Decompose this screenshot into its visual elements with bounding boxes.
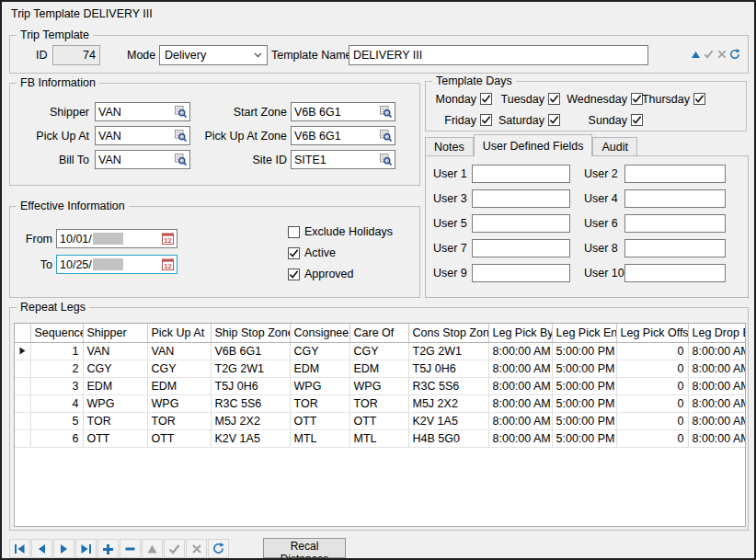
cell[interactable]: 5:00:00 PM bbox=[552, 377, 616, 394]
column-header-shipper[interactable]: Shipper bbox=[83, 324, 147, 342]
recal-distances-button[interactable]: Recal Distances bbox=[263, 538, 346, 558]
cell[interactable]: CGY bbox=[290, 342, 349, 360]
cell[interactable]: 3 bbox=[30, 377, 83, 394]
cell[interactable]: 4 bbox=[30, 394, 83, 412]
cell[interactable]: 5:00:00 PM bbox=[552, 342, 616, 360]
cell[interactable]: TOR bbox=[290, 394, 349, 412]
cell[interactable]: 0 bbox=[616, 412, 688, 429]
from-date-field[interactable]: 10/01/ 12 bbox=[56, 229, 178, 248]
pick-up-at-field[interactable]: VAN bbox=[95, 126, 190, 145]
nav-delete-button[interactable] bbox=[120, 539, 141, 558]
cell[interactable]: 2 bbox=[30, 360, 83, 377]
cell[interactable]: TOR bbox=[349, 394, 408, 412]
cell[interactable]: 5:00:00 PM bbox=[552, 412, 616, 429]
checkbox-active[interactable] bbox=[288, 247, 300, 259]
cell[interactable]: 5:00:00 PM bbox=[552, 394, 616, 412]
column-header-cons-stop-zone[interactable]: Cons Stop Zone bbox=[408, 324, 488, 342]
nav-first-button[interactable] bbox=[9, 539, 30, 558]
row-selector[interactable] bbox=[15, 394, 30, 412]
cell[interactable]: T5J 0H6 bbox=[211, 377, 290, 394]
cell[interactable]: EDM bbox=[290, 360, 349, 377]
cell[interactable]: 8:00:00 AM bbox=[488, 412, 552, 429]
cell[interactable]: 0 bbox=[616, 394, 688, 412]
row-selector[interactable] bbox=[15, 429, 30, 447]
cell[interactable]: OTT bbox=[290, 412, 349, 429]
checkbox-tuesday[interactable] bbox=[548, 93, 560, 105]
nav-edit-button[interactable] bbox=[142, 539, 163, 558]
cell[interactable]: WPG bbox=[349, 377, 408, 394]
pick-up-at-zone-lookup-button[interactable] bbox=[376, 127, 395, 144]
udf-input-user-10[interactable] bbox=[624, 264, 726, 282]
tab-user-defined-fields[interactable]: User Defined Fields bbox=[474, 134, 593, 156]
nav-prior-button[interactable] bbox=[31, 539, 52, 558]
shipper-lookup-button[interactable] bbox=[171, 103, 189, 120]
repeat-legs-grid[interactable]: SequenceShipperPick Up AtShip Stop ZoneC… bbox=[14, 323, 746, 527]
shipper-field[interactable]: VAN bbox=[95, 102, 190, 121]
checkbox-friday[interactable] bbox=[480, 114, 492, 126]
cell[interactable]: CGY bbox=[349, 342, 408, 360]
udf-input-user-2[interactable] bbox=[624, 165, 726, 183]
table-row[interactable]: 4WPGWPGR3C 5S6TORTORM5J 2X28:00:00 AM5:0… bbox=[15, 394, 746, 412]
udf-input-user-9[interactable] bbox=[472, 264, 570, 282]
nav-insert-button[interactable] bbox=[97, 539, 119, 558]
mode-dropdown[interactable]: Delivery bbox=[159, 45, 268, 65]
column-header-pick-up-at[interactable]: Pick Up At bbox=[147, 324, 211, 342]
udf-input-user-8[interactable] bbox=[624, 239, 726, 257]
cell[interactable]: TOR bbox=[147, 412, 211, 429]
nav-refresh-button[interactable] bbox=[208, 539, 229, 558]
cell[interactable]: 8:00:00 AM bbox=[488, 342, 552, 360]
checkbox-approved[interactable] bbox=[288, 269, 300, 280]
cell[interactable]: 8:00:00 AM bbox=[688, 360, 746, 377]
column-header-sequence[interactable]: Sequence bbox=[30, 324, 83, 342]
cell[interactable]: R3C 5S6 bbox=[408, 377, 488, 394]
checkbox-sunday[interactable] bbox=[631, 114, 643, 126]
tab-notes[interactable]: Notes bbox=[425, 137, 474, 155]
template-name-input[interactable] bbox=[349, 45, 648, 65]
cell[interactable]: 1 bbox=[30, 342, 83, 360]
cell[interactable]: CGY bbox=[147, 360, 211, 377]
cell[interactable]: T2G 2W1 bbox=[211, 360, 290, 377]
table-row[interactable]: 2CGYCGYT2G 2W1EDMEDMT5J 0H68:00:00 AM5:0… bbox=[15, 360, 746, 377]
udf-input-user-5[interactable] bbox=[472, 214, 570, 233]
cell[interactable]: WPG bbox=[290, 377, 349, 394]
to-calendar-button[interactable]: 12 bbox=[158, 256, 177, 273]
start-zone-lookup-button[interactable] bbox=[376, 103, 395, 120]
cell[interactable]: 8:00:00 AM bbox=[688, 429, 746, 447]
column-header-ship-stop-zone[interactable]: Ship Stop Zone bbox=[211, 324, 290, 342]
cell[interactable]: MTL bbox=[349, 429, 408, 447]
nav-next-button[interactable] bbox=[53, 539, 74, 558]
cell[interactable]: 8:00:00 AM bbox=[688, 412, 746, 429]
cell[interactable]: 8:00:00 AM bbox=[488, 377, 552, 394]
column-header-leg-pick-offset[interactable]: Leg Pick Offset bbox=[616, 324, 688, 342]
cell[interactable]: WPG bbox=[147, 394, 211, 412]
table-row[interactable]: 1VANVANV6B 6G1CGYCGYT2G 2W18:00:00 AM5:0… bbox=[15, 342, 746, 360]
cell[interactable]: OTT bbox=[83, 429, 147, 447]
cell[interactable]: 5:00:00 PM bbox=[552, 429, 616, 447]
udf-input-user-1[interactable] bbox=[472, 165, 570, 183]
cell[interactable]: 8:00:00 AM bbox=[488, 360, 552, 377]
column-header-care-of[interactable]: Care Of bbox=[349, 324, 408, 342]
cell[interactable]: MTL bbox=[290, 429, 349, 447]
cell[interactable]: K2V 1A5 bbox=[211, 429, 290, 447]
cell[interactable]: 8:00:00 AM bbox=[688, 342, 746, 360]
cell[interactable]: M5J 2X2 bbox=[408, 394, 488, 412]
cell[interactable]: EDM bbox=[349, 360, 408, 377]
site-id-field[interactable]: SITE1 bbox=[291, 150, 395, 169]
udf-input-user-4[interactable] bbox=[624, 189, 726, 208]
post-button[interactable] bbox=[703, 47, 715, 62]
cell[interactable]: 8:00:00 AM bbox=[688, 394, 746, 412]
checkbox-exclude-holidays[interactable] bbox=[288, 226, 300, 238]
move-up-button[interactable] bbox=[690, 47, 702, 62]
bill-to-field[interactable]: VAN bbox=[95, 150, 190, 169]
cell[interactable]: 0 bbox=[616, 360, 688, 377]
cell[interactable]: 0 bbox=[616, 342, 688, 360]
bill-to-lookup-button[interactable] bbox=[171, 151, 189, 168]
cell[interactable]: 5:00:00 PM bbox=[552, 360, 616, 377]
cell[interactable]: OTT bbox=[147, 429, 211, 447]
row-selector[interactable] bbox=[15, 342, 30, 360]
pick-up-at-zone-field[interactable]: V6B 6G1 bbox=[291, 126, 395, 145]
cell[interactable]: T2G 2W1 bbox=[408, 342, 488, 360]
cell[interactable]: H4B 5G0 bbox=[408, 429, 488, 447]
table-row[interactable]: 3EDMEDMT5J 0H6WPGWPGR3C 5S68:00:00 AM5:0… bbox=[15, 377, 746, 394]
nav-post-button[interactable] bbox=[164, 539, 185, 558]
